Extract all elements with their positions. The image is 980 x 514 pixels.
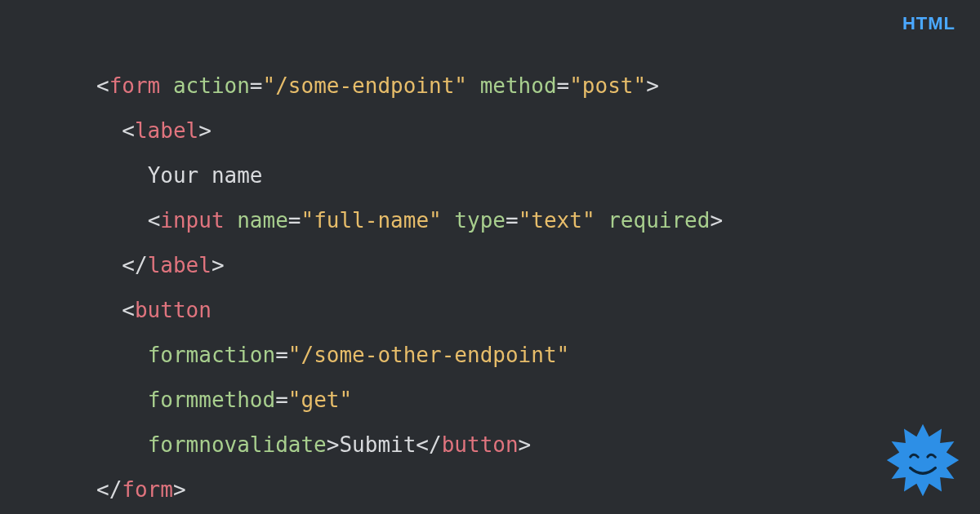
code-token-eq: =: [250, 73, 263, 98]
code-token-tag: button: [135, 298, 212, 322]
code-token-tag: label: [148, 253, 212, 277]
code-line: formmethod="get": [96, 378, 723, 423]
code-token-attr: required: [608, 208, 710, 233]
code-block: <form action="/some-endpoint" method="po…: [96, 64, 723, 512]
code-token-punct: [160, 73, 173, 98]
code-token-punct: >: [519, 432, 532, 457]
code-token-eq: =: [557, 73, 570, 98]
code-token-tag: label: [135, 118, 198, 143]
code-token-punct: >: [173, 477, 186, 502]
code-token-text: Submit: [339, 432, 416, 457]
code-line: Your name: [96, 153, 723, 198]
code-token-str: "post": [569, 73, 646, 98]
code-token-str: "get": [288, 388, 352, 412]
code-token-punct: [467, 73, 480, 98]
code-token-punct: >: [212, 253, 225, 277]
code-token-punct: </: [96, 477, 122, 502]
code-token-punct: [225, 208, 238, 233]
code-line: <label>: [96, 109, 723, 153]
code-token-attr: type: [454, 208, 506, 233]
code-token-tag: button: [442, 432, 519, 457]
code-token-punct: <: [122, 298, 135, 322]
code-token-attr: method: [480, 73, 557, 98]
code-token-punct: </: [122, 253, 147, 277]
code-token-str: "text": [519, 208, 595, 233]
code-line: <button: [96, 288, 723, 333]
code-line: </label>: [96, 243, 723, 288]
mascot-icon: [884, 421, 962, 499]
code-token-eq: =: [288, 208, 301, 233]
code-token-punct: <: [96, 73, 109, 98]
code-token-str: "/some-other-endpoint": [288, 343, 569, 367]
code-token-tag: form: [122, 477, 173, 502]
code-token-eq: =: [506, 208, 519, 233]
language-badge: HTML: [902, 13, 956, 34]
code-line: <form action="/some-endpoint" method="po…: [96, 64, 723, 109]
code-token-attr: action: [173, 73, 250, 98]
code-token-punct: >: [198, 118, 212, 143]
code-line: formaction="/some-other-endpoint": [96, 333, 723, 378]
code-line: <input name="full-name" type="text" requ…: [96, 198, 723, 243]
code-token-attr: formaction: [148, 343, 276, 367]
code-token-punct: [595, 208, 608, 233]
code-token-tag: input: [160, 208, 224, 233]
code-token-punct: >: [327, 432, 340, 457]
code-line: formnovalidate>Submit</button>: [96, 423, 723, 467]
code-line: </form>: [96, 467, 723, 512]
svg-marker-0: [887, 424, 959, 496]
code-token-punct: <: [148, 208, 161, 233]
code-token-attr: name: [237, 208, 288, 233]
code-token-punct: </: [416, 432, 441, 457]
code-token-punct: <: [122, 118, 135, 143]
code-token-attr: formmethod: [148, 388, 276, 412]
code-token-str: "/some-endpoint": [263, 73, 467, 98]
code-token-str: "full-name": [301, 208, 442, 233]
code-snippet-card: HTML <form action="/some-endpoint" metho…: [0, 0, 980, 514]
code-token-tag: form: [109, 73, 161, 98]
code-token-eq: =: [275, 388, 288, 412]
code-token-text: Your name: [148, 163, 263, 188]
code-token-punct: >: [710, 208, 723, 233]
code-token-attr: formnovalidate: [148, 432, 327, 457]
code-token-eq: =: [275, 343, 288, 367]
code-token-punct: [442, 208, 455, 233]
code-token-punct: >: [646, 73, 659, 98]
